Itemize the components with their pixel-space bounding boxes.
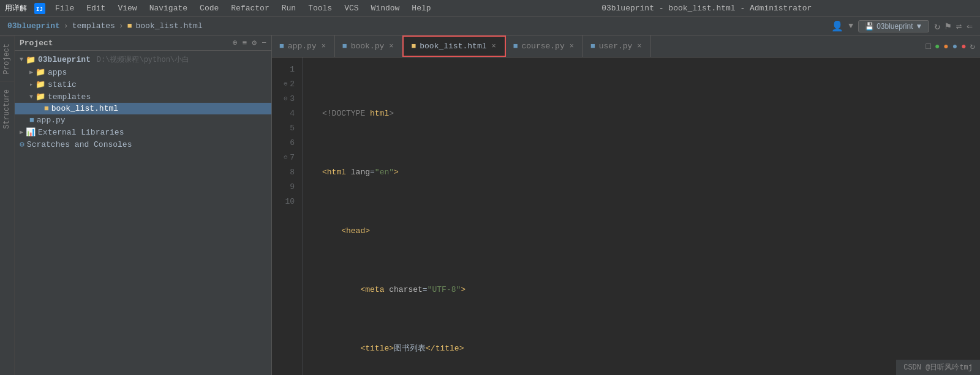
tab-icon-1[interactable]: □: [926, 42, 931, 51]
code-line-3: <head>: [322, 224, 980, 239]
tab-course-py-close[interactable]: ×: [568, 42, 575, 51]
menu-tools[interactable]: Tools: [303, 2, 337, 14]
tab-book-py-label: book.py: [351, 42, 385, 51]
breadcrumb-folder[interactable]: templates: [72, 21, 115, 31]
project-tree: ▼ 📁 03blueprint D:\视频课程\python\小白 ▶ 📁 ap…: [15, 51, 271, 375]
tree-item-scratches-label: Scratches and Consoles: [27, 140, 132, 149]
menu-edit[interactable]: Edit: [81, 2, 110, 14]
breadcrumb-file[interactable]: book_list.html: [135, 21, 202, 31]
tree-root-label: 03blueprint: [38, 55, 91, 64]
header-icon-collapse[interactable]: ≡: [243, 39, 247, 48]
menu-navigate[interactable]: Navigate: [145, 2, 192, 14]
tab-app-py-close[interactable]: ×: [320, 42, 327, 51]
folder-icon-apps: 📁: [36, 67, 45, 77]
menu-file[interactable]: File: [50, 2, 79, 14]
header-icon-settings[interactable]: ⚙: [252, 38, 257, 48]
tree-item-root[interactable]: ▼ 📁 03blueprint D:\视频课程\python\小白: [15, 53, 271, 66]
breadcrumb-right: 👤 ▼ 💾 03blueprint ▼ ↻ ⚑ ⇌ ⇐: [831, 20, 973, 32]
menu-help[interactable]: Help: [407, 2, 435, 14]
tab-book-py-close[interactable]: ×: [388, 42, 394, 51]
project-selector-label: 03blueprint: [876, 22, 913, 31]
tree-item-static-label: static: [48, 80, 77, 89]
tree-item-templates-label: templates: [48, 92, 91, 102]
user-icon: 👤: [831, 20, 843, 32]
tree-item-app-py-label: app.py: [37, 116, 66, 125]
menu-refactor[interactable]: Refactor: [226, 2, 274, 14]
menu-window[interactable]: Window: [366, 2, 405, 14]
header-icon-add[interactable]: ⊕: [233, 38, 238, 48]
menu-code[interactable]: Code: [195, 2, 224, 14]
bottom-credit: CSDN @日听风吟tmj: [896, 360, 980, 375]
tab-user-py-close[interactable]: ×: [636, 42, 643, 51]
expand-arrow-static: ▸: [29, 81, 33, 88]
tab-bar-right-icons: □ ● ● ● ● ↻: [926, 41, 980, 51]
tab-book-list-html[interactable]: ■ book_list.html ×: [402, 35, 505, 57]
tree-item-scratches[interactable]: ⚙ Scratches and Consoles: [15, 138, 271, 150]
tab-project[interactable]: Project: [0, 35, 14, 81]
breadcrumb-bar: 03blueprint › templates › ■ book_list.ht…: [0, 17, 980, 35]
folder-icon-templates: 📁: [36, 92, 45, 102]
tab-user-py[interactable]: ■ user.py ×: [583, 35, 651, 57]
tree-item-book-list-html[interactable]: ■ book_list.html: [15, 103, 271, 114]
svg-text:IJ: IJ: [36, 7, 43, 13]
back-icon[interactable]: ⇐: [967, 20, 973, 32]
project-panel: Project ⊕ ≡ ⚙ − ▼ 📁 03blueprint D:\视频课程\…: [15, 35, 272, 375]
file-icon-book-list-html: ■: [44, 104, 49, 113]
expand-arrow-external: ▶: [20, 128, 23, 136]
project-selector-icon: 💾: [865, 22, 874, 31]
tab-icon-6[interactable]: ↻: [970, 41, 975, 51]
tree-item-templates[interactable]: ▼ 📁 templates: [15, 91, 271, 103]
window-title: 03blueprint - book_list.html - Administr…: [439, 4, 975, 13]
menu-vcs[interactable]: VCS: [339, 2, 363, 14]
tab-user-py-label: user.py: [599, 42, 633, 51]
tab-icon-5[interactable]: ●: [961, 42, 966, 51]
tab-icon-2[interactable]: ●: [935, 42, 940, 51]
share-icon[interactable]: ⇌: [956, 20, 962, 32]
tree-item-external-libs[interactable]: ▶ 📊 External Libraries: [15, 126, 271, 138]
tree-item-app-py[interactable]: ■ app.py: [15, 114, 271, 126]
tab-user-py-icon: ■: [590, 42, 595, 51]
code-editor[interactable]: 1 ⊖ 2 ⊖ 3 4 5 6: [272, 58, 980, 375]
editor-area: ■ app.py × ■ book.py × ■ book_list.html …: [272, 35, 980, 375]
project-panel-title: Project: [20, 39, 53, 48]
fold-3: ⊖: [284, 92, 287, 106]
tab-structure[interactable]: Structure: [0, 81, 14, 136]
fold-7: ⊖: [284, 150, 287, 165]
user-dropdown-icon[interactable]: ▼: [848, 21, 853, 31]
tab-icon-4[interactable]: ●: [952, 42, 957, 51]
code-content[interactable]: <!DOCTYPE html> <html lang="en"> <head> …: [312, 58, 980, 375]
menu-view[interactable]: View: [113, 2, 141, 14]
breadcrumb-sep1: ›: [64, 21, 69, 31]
tab-course-py[interactable]: ■ course.py ×: [506, 35, 583, 57]
tab-course-py-label: course.py: [522, 42, 565, 51]
line-numbers: 1 ⊖ 2 ⊖ 3 4 5 6: [272, 58, 303, 375]
scratches-icon: ⚙: [20, 139, 24, 149]
refresh-icon[interactable]: ↻: [934, 20, 940, 32]
expand-icon: ▼: [20, 56, 23, 63]
bookmark-icon[interactable]: ⚑: [945, 20, 951, 32]
code-line-1: <!DOCTYPE html>: [322, 106, 980, 121]
header-icon-close[interactable]: −: [262, 39, 266, 48]
breadcrumb-root[interactable]: 03blueprint: [7, 21, 60, 31]
tab-book-list-html-close[interactable]: ×: [490, 42, 497, 51]
code-gutter: [303, 58, 312, 375]
side-tabs: Project Structure: [0, 35, 15, 375]
project-panel-header: Project ⊕ ≡ ⚙ −: [15, 35, 271, 51]
tab-book-py[interactable]: ■ book.py ×: [335, 35, 403, 57]
tab-icon-3[interactable]: ●: [943, 42, 948, 51]
project-selector-button[interactable]: 💾 03blueprint ▼: [858, 20, 929, 32]
breadcrumb-file-icon: ■: [127, 21, 132, 31]
tree-item-static[interactable]: ▸ 📁 static: [15, 78, 271, 91]
folder-icon-static: 📁: [36, 80, 45, 89]
tab-book-list-html-label: book_list.html: [420, 42, 486, 51]
tree-item-apps[interactable]: ▶ 📁 apps: [15, 66, 271, 78]
tab-book-list-html-icon: ■: [411, 42, 416, 51]
main-layout: Project Structure Project ⊕ ≡ ⚙ − ▼ 📁 03…: [0, 35, 980, 375]
expand-arrow-templates: ▼: [29, 94, 33, 100]
fold-2: ⊖: [284, 77, 287, 92]
tab-app-py-label: app.py: [288, 42, 317, 51]
menu-run[interactable]: Run: [277, 2, 301, 14]
tree-item-book-list-html-label: book_list.html: [51, 104, 118, 113]
tab-app-py[interactable]: ■ app.py ×: [272, 35, 335, 57]
tab-bar: ■ app.py × ■ book.py × ■ book_list.html …: [272, 35, 980, 58]
